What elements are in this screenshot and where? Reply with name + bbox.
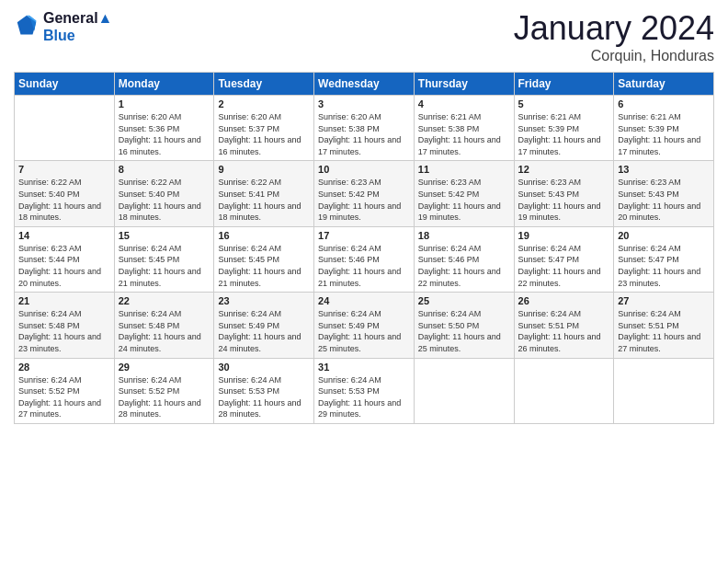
day-info: Sunrise: 6:24 AMSunset: 5:46 PMDaylight:… — [318, 243, 410, 289]
week-row-1: 1Sunrise: 6:20 AMSunset: 5:36 PMDaylight… — [15, 96, 714, 161]
day-info: Sunrise: 6:23 AMSunset: 5:42 PMDaylight:… — [318, 177, 410, 223]
column-header-sunday: Sunday — [15, 73, 115, 96]
day-cell: 8Sunrise: 6:22 AMSunset: 5:40 PMDaylight… — [114, 161, 214, 226]
day-info: Sunrise: 6:24 AMSunset: 5:45 PMDaylight:… — [119, 243, 210, 289]
day-cell: 28Sunrise: 6:24 AMSunset: 5:52 PMDayligh… — [15, 358, 115, 423]
day-info: Sunrise: 6:24 AMSunset: 5:47 PMDaylight:… — [518, 243, 610, 289]
day-number: 18 — [418, 230, 510, 241]
day-number: 8 — [119, 164, 210, 175]
day-cell: 7Sunrise: 6:22 AMSunset: 5:40 PMDaylight… — [15, 161, 115, 226]
day-info: Sunrise: 6:24 AMSunset: 5:48 PMDaylight:… — [18, 308, 110, 354]
column-header-thursday: Thursday — [414, 73, 514, 96]
column-header-monday: Monday — [114, 73, 214, 96]
day-info: Sunrise: 6:23 AMSunset: 5:42 PMDaylight:… — [418, 177, 510, 223]
day-cell: 2Sunrise: 6:20 AMSunset: 5:37 PMDaylight… — [214, 96, 314, 161]
day-number: 17 — [318, 230, 410, 241]
day-info: Sunrise: 6:20 AMSunset: 5:37 PMDaylight:… — [218, 111, 310, 157]
day-info: Sunrise: 6:22 AMSunset: 5:40 PMDaylight:… — [18, 177, 110, 223]
day-cell: 6Sunrise: 6:21 AMSunset: 5:39 PMDaylight… — [614, 96, 714, 161]
day-number: 10 — [318, 164, 410, 175]
day-number: 29 — [119, 362, 210, 373]
day-cell: 13Sunrise: 6:23 AMSunset: 5:43 PMDayligh… — [614, 161, 714, 226]
day-info: Sunrise: 6:21 AMSunset: 5:39 PMDaylight:… — [518, 111, 610, 157]
day-number: 9 — [218, 164, 310, 175]
day-cell: 26Sunrise: 6:24 AMSunset: 5:51 PMDayligh… — [514, 293, 614, 358]
day-number: 11 — [418, 164, 510, 175]
day-number: 12 — [518, 164, 610, 175]
day-cell — [414, 358, 514, 423]
day-number: 15 — [119, 230, 210, 241]
day-number: 23 — [218, 295, 310, 306]
day-info: Sunrise: 6:23 AMSunset: 5:44 PMDaylight:… — [18, 243, 110, 289]
day-info: Sunrise: 6:22 AMSunset: 5:41 PMDaylight:… — [218, 177, 310, 223]
day-number: 20 — [618, 230, 710, 241]
day-cell: 18Sunrise: 6:24 AMSunset: 5:46 PMDayligh… — [414, 226, 514, 292]
day-cell: 20Sunrise: 6:24 AMSunset: 5:47 PMDayligh… — [614, 226, 714, 292]
day-info: Sunrise: 6:24 AMSunset: 5:49 PMDaylight:… — [218, 308, 310, 354]
day-number: 13 — [618, 164, 710, 175]
day-number: 22 — [119, 295, 210, 306]
day-cell: 9Sunrise: 6:22 AMSunset: 5:41 PMDaylight… — [214, 161, 314, 226]
week-row-3: 14Sunrise: 6:23 AMSunset: 5:44 PMDayligh… — [15, 226, 714, 292]
day-number: 24 — [318, 295, 410, 306]
calendar-title: January 2024 — [514, 9, 714, 48]
day-cell: 29Sunrise: 6:24 AMSunset: 5:52 PMDayligh… — [114, 358, 214, 423]
logo-text: General▲ Blue — [43, 9, 112, 44]
day-info: Sunrise: 6:24 AMSunset: 5:51 PMDaylight:… — [518, 308, 610, 354]
day-number: 28 — [18, 362, 110, 373]
day-cell: 19Sunrise: 6:24 AMSunset: 5:47 PMDayligh… — [514, 226, 614, 292]
day-cell — [614, 358, 714, 423]
day-number: 21 — [18, 295, 110, 306]
day-cell: 16Sunrise: 6:24 AMSunset: 5:45 PMDayligh… — [214, 226, 314, 292]
day-info: Sunrise: 6:21 AMSunset: 5:38 PMDaylight:… — [418, 111, 510, 157]
header-row: SundayMondayTuesdayWednesdayThursdayFrid… — [15, 73, 714, 96]
day-cell: 15Sunrise: 6:24 AMSunset: 5:45 PMDayligh… — [114, 226, 214, 292]
week-row-4: 21Sunrise: 6:24 AMSunset: 5:48 PMDayligh… — [15, 293, 714, 358]
day-cell: 4Sunrise: 6:21 AMSunset: 5:38 PMDaylight… — [414, 96, 514, 161]
column-header-tuesday: Tuesday — [214, 73, 314, 96]
day-cell — [514, 358, 614, 423]
day-cell: 3Sunrise: 6:20 AMSunset: 5:38 PMDaylight… — [314, 96, 415, 161]
day-info: Sunrise: 6:21 AMSunset: 5:39 PMDaylight:… — [618, 111, 710, 157]
day-number: 1 — [119, 98, 210, 109]
day-info: Sunrise: 6:24 AMSunset: 5:51 PMDaylight:… — [618, 308, 710, 354]
day-cell: 12Sunrise: 6:23 AMSunset: 5:43 PMDayligh… — [514, 161, 614, 226]
day-info: Sunrise: 6:24 AMSunset: 5:53 PMDaylight:… — [218, 374, 310, 420]
day-cell: 25Sunrise: 6:24 AMSunset: 5:50 PMDayligh… — [414, 293, 514, 358]
day-info: Sunrise: 6:23 AMSunset: 5:43 PMDaylight:… — [518, 177, 610, 223]
day-cell: 17Sunrise: 6:24 AMSunset: 5:46 PMDayligh… — [314, 226, 415, 292]
day-info: Sunrise: 6:24 AMSunset: 5:52 PMDaylight:… — [119, 374, 210, 420]
day-cell: 30Sunrise: 6:24 AMSunset: 5:53 PMDayligh… — [214, 358, 314, 423]
day-number: 30 — [218, 362, 310, 373]
day-cell: 21Sunrise: 6:24 AMSunset: 5:48 PMDayligh… — [15, 293, 115, 358]
day-info: Sunrise: 6:20 AMSunset: 5:38 PMDaylight:… — [318, 111, 410, 157]
column-header-wednesday: Wednesday — [314, 73, 415, 96]
calendar-table: SundayMondayTuesdayWednesdayThursdayFrid… — [14, 72, 714, 424]
day-cell: 23Sunrise: 6:24 AMSunset: 5:49 PMDayligh… — [214, 293, 314, 358]
title-block: January 2024 Corquin, Honduras — [514, 9, 714, 64]
day-info: Sunrise: 6:23 AMSunset: 5:43 PMDaylight:… — [618, 177, 710, 223]
day-number: 2 — [218, 98, 310, 109]
day-number: 16 — [218, 230, 310, 241]
day-cell — [15, 96, 115, 161]
week-row-5: 28Sunrise: 6:24 AMSunset: 5:52 PMDayligh… — [15, 358, 714, 423]
day-cell: 22Sunrise: 6:24 AMSunset: 5:48 PMDayligh… — [114, 293, 214, 358]
day-cell: 11Sunrise: 6:23 AMSunset: 5:42 PMDayligh… — [414, 161, 514, 226]
page: General▲ Blue January 2024 Corquin, Hond… — [0, 0, 728, 563]
day-cell: 24Sunrise: 6:24 AMSunset: 5:49 PMDayligh… — [314, 293, 415, 358]
day-number: 14 — [18, 230, 110, 241]
day-number: 5 — [518, 98, 610, 109]
day-number: 31 — [318, 362, 410, 373]
day-number: 7 — [18, 164, 110, 175]
day-cell: 14Sunrise: 6:23 AMSunset: 5:44 PMDayligh… — [15, 226, 115, 292]
column-header-friday: Friday — [514, 73, 614, 96]
day-cell: 31Sunrise: 6:24 AMSunset: 5:53 PMDayligh… — [314, 358, 415, 423]
day-cell: 10Sunrise: 6:23 AMSunset: 5:42 PMDayligh… — [314, 161, 415, 226]
day-info: Sunrise: 6:24 AMSunset: 5:52 PMDaylight:… — [18, 374, 110, 420]
day-number: 19 — [518, 230, 610, 241]
day-info: Sunrise: 6:24 AMSunset: 5:53 PMDaylight:… — [318, 374, 410, 420]
header: General▲ Blue January 2024 Corquin, Hond… — [14, 9, 714, 64]
day-info: Sunrise: 6:22 AMSunset: 5:40 PMDaylight:… — [119, 177, 210, 223]
day-info: Sunrise: 6:20 AMSunset: 5:36 PMDaylight:… — [119, 111, 210, 157]
day-cell: 27Sunrise: 6:24 AMSunset: 5:51 PMDayligh… — [614, 293, 714, 358]
